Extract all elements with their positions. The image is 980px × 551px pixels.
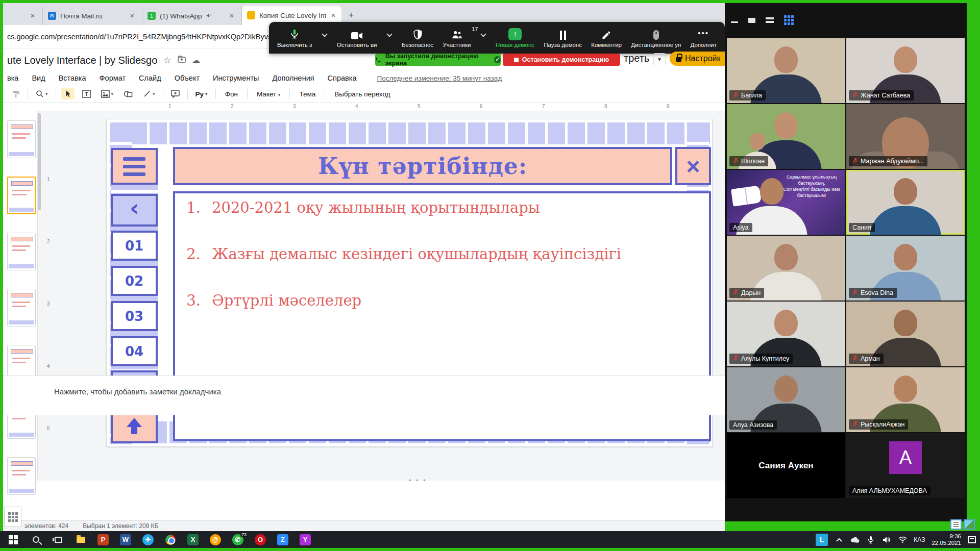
slide-thumbnail[interactable] [7,177,36,214]
slide-filmstrip[interactable] [3,111,38,481]
onedrive-cloud-icon[interactable] [850,535,860,544]
agenda-list[interactable]: 1.2020-2021 оқу жылының қорытындылары2.Ж… [174,199,705,338]
gallery-view-icon[interactable] [784,15,794,25]
speaker-notes[interactable]: Нажмите, чтобы добавить заметки докладчи… [3,375,725,415]
participant-tile[interactable]: Сарқылмас ұлылықтыңбастауысың,Сол мәңгіл… [727,170,845,235]
present-button-partial[interactable]: треть [624,53,649,64]
powerpoint[interactable]: P [92,531,114,548]
zoom-toolbar-more[interactable]: •••Дополнит [691,28,717,48]
slide-close-button[interactable]: × [675,147,711,185]
filmstrip-scrollbar[interactable] [38,113,41,210]
chevron-down-icon[interactable] [480,31,486,37]
participant-tile[interactable]: Сания Аукен [727,433,845,498]
zoom-toolbar-pause-share[interactable]: Пауза демонс [544,28,582,48]
minimize-icon[interactable] [731,21,738,23]
participant-tile[interactable]: Багила [727,38,845,103]
menu-Формат[interactable]: Формат [100,74,126,82]
select-cursor-icon[interactable] [61,88,75,99]
participant-tile[interactable]: Дарын [727,236,845,300]
whatsapp[interactable]: ✆73 [227,531,249,548]
insert-image-icon[interactable]: ▾ [99,88,116,99]
language-indicator[interactable]: КАЗ [914,536,925,543]
slide-nav-03[interactable]: 03 [111,301,158,331]
hidden-icons-flyout[interactable] [4,507,21,527]
excel[interactable]: X [182,531,204,548]
chevron-down-icon[interactable] [386,31,392,37]
menu-Инструменты[interactable]: Инструменты [213,74,259,82]
telegram[interactable]: ✈ [137,531,159,548]
slide-menu-button[interactable] [111,148,158,185]
text-box-icon[interactable] [80,88,93,99]
last-edit-link[interactable]: Последнее изменение: 35 минут назад [377,74,502,82]
zoom-toolbar-security[interactable]: Безопаснос [402,28,433,48]
slide-title-bar[interactable]: Күн тәртібінде: [173,147,672,185]
participant-tile[interactable]: Esova Dina [846,236,965,300]
menu-вка[interactable]: вка [7,74,18,82]
mail-ru[interactable]: @ [204,531,227,548]
tab-close-icon[interactable]: × [128,11,137,20]
menu-Вставка[interactable]: Вставка [59,74,86,82]
participant-tile[interactable]: Сания [846,170,965,235]
clock[interactable]: 9:36 22.05.2021 [932,533,961,546]
document-title[interactable]: ute Lovely Interface | by Slidesgo [7,55,157,66]
browser-tab[interactable]: 1(1) WhatsApp× [142,7,242,25]
insert-comment-icon[interactable] [168,88,182,99]
slide-thumbnail[interactable] [7,289,36,327]
participant-tile[interactable]: РысқалиАқжан [846,367,965,432]
py-button[interactable]: Pу▾ [193,89,210,99]
background-button[interactable]: Фон [221,88,242,100]
slide-nav-01[interactable]: 01 [111,231,158,261]
theme-button[interactable]: Тема [295,88,320,100]
zoom-app[interactable]: Z [272,531,294,548]
tab-close-icon[interactable]: × [227,11,236,20]
stop-share-button[interactable]: Остановить демонстрацию [503,54,620,66]
chevron-down-icon[interactable] [322,31,327,37]
insert-shape-icon[interactable] [121,88,135,99]
present-dropdown[interactable]: ▼ [653,53,666,65]
participant-tile[interactable]: AАлия АЛЬМУХАМЕДОВА [846,433,965,498]
slide-thumbnail[interactable] [7,233,36,270]
microphone-tray-icon[interactable] [866,535,875,544]
zoom-toolbar-annotate[interactable]: Комментир [591,28,622,48]
browser-tab-partial[interactable]: × [3,7,43,25]
slide-nav-02[interactable]: 02 [111,266,158,296]
file-explorer[interactable] [69,531,92,548]
tab-audio-icon[interactable] [206,12,212,20]
task-view-button[interactable] [47,531,69,548]
volume-icon[interactable] [882,535,891,544]
cloud-status-icon[interactable]: ☁ [192,55,201,66]
zoom-toolbar-mute[interactable]: Выключить з [277,28,312,48]
share-settings-button[interactable]: Настройк [670,52,725,66]
participant-tile[interactable]: Жанат Сатбаева [846,38,965,103]
restore-icon[interactable] [748,18,755,23]
new-tab-button[interactable]: + [345,9,358,22]
paint-format-icon[interactable] [9,88,22,99]
participant-tile[interactable]: Аяулы Куптилеу [727,302,845,366]
speaker-view-icon[interactable] [766,17,774,23]
participant-tile[interactable]: Шолпан [727,104,845,169]
menu-Справка[interactable]: Справка [328,74,357,82]
layout-button[interactable]: Макет ▾ [253,88,285,100]
menu-Вид[interactable]: Вид [32,74,45,82]
tray-overflow-image-icon[interactable] [964,519,975,530]
start-button[interactable] [2,531,24,548]
tab-close-icon[interactable]: × [28,11,37,20]
participant-tile[interactable]: Арман [846,302,965,366]
browser-tab[interactable]: ✉Почта Mail.ru× [43,7,142,25]
menu-Объект[interactable]: Объект [175,74,200,82]
zoom-toolbar-participants[interactable]: 17Участники [443,28,471,48]
loom-tray-icon[interactable]: L [816,534,828,546]
slide-thumbnail[interactable] [7,120,36,158]
slide-prev-button[interactable]: ‹ [111,194,158,227]
wifi-icon[interactable] [898,535,907,544]
chrome[interactable] [159,531,182,548]
action-center-icon[interactable] [968,536,976,543]
zoom-toolbar-new-share[interactable]: ↑Новая демонс [496,28,534,48]
search-button[interactable] [24,531,47,548]
chevron-up-icon[interactable] [835,535,844,544]
zoom-toolbar-video[interactable]: Остановить ви [337,28,377,48]
participant-tile[interactable]: Алуа Азизова [727,367,845,432]
word[interactable]: W [114,531,137,548]
zoom-tool-icon[interactable]: ▾ [33,88,51,99]
tray-overflow-list-icon[interactable] [950,519,962,530]
